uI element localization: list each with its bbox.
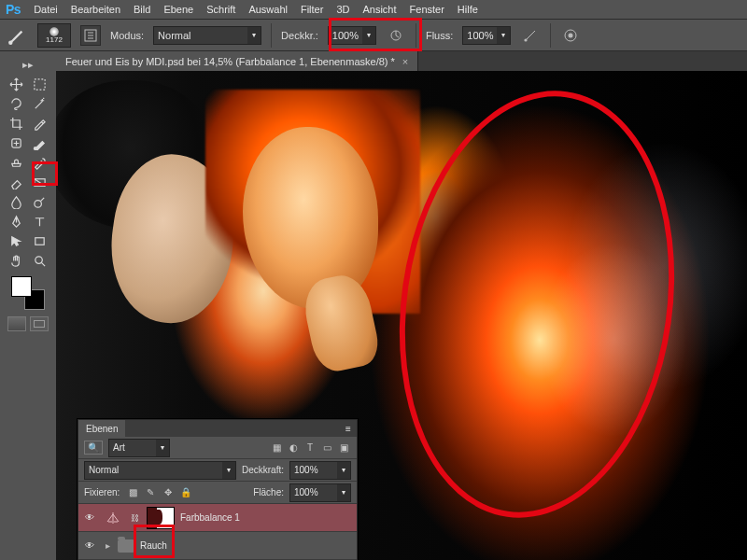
lock-label: Fixieren:	[84, 487, 120, 497]
svg-point-0	[8, 40, 12, 44]
layer-filter-select[interactable]: Art ▾	[108, 439, 170, 457]
layer-opacity-input[interactable]: 100% ▾	[289, 461, 351, 480]
layer-row[interactable]: 👁 ▸ Rauch	[78, 532, 357, 560]
opacity-input[interactable]: 100% ▾	[328, 26, 376, 45]
eyedropper-tool[interactable]	[29, 114, 50, 133]
color-swatches[interactable]	[11, 276, 45, 310]
options-bar: 1172 Modus: Normal ▾ Deckkr.: 100% ▾ Flu…	[0, 19, 747, 51]
menu-hilfe[interactable]: Hilfe	[458, 4, 478, 15]
chevron-down-icon: ▾	[497, 27, 510, 44]
brush-size-value: 1172	[46, 36, 63, 44]
svg-point-10	[35, 200, 42, 207]
menu-filter[interactable]: Filter	[301, 4, 323, 15]
folder-icon	[118, 539, 134, 553]
filter-smart-icon[interactable]: ▣	[336, 441, 351, 455]
eraser-tool[interactable]	[6, 173, 27, 191]
chevron-down-icon: ▾	[337, 462, 350, 479]
path-selection-tool[interactable]	[6, 231, 27, 250]
rectangle-tool[interactable]	[29, 231, 50, 250]
layer-opacity-label: Deckkraft:	[242, 465, 284, 475]
filter-type-icon[interactable]: T	[303, 441, 317, 455]
layers-panel-tabs: Ebenen ≡	[78, 420, 357, 437]
panel-menu-icon[interactable]: ≡	[340, 424, 357, 434]
crop-tool[interactable]	[6, 114, 27, 133]
collapse-icon[interactable]: ▸▸	[18, 55, 39, 74]
brush-panel-toggle-icon[interactable]	[80, 25, 101, 46]
svg-rect-6	[35, 78, 45, 89]
menu-fenster[interactable]: Fenster	[410, 4, 444, 15]
history-brush-tool[interactable]	[29, 153, 50, 172]
dodge-tool[interactable]	[29, 192, 50, 211]
link-icon: ⛓	[129, 513, 141, 523]
divider	[550, 23, 551, 48]
workspace: ▸▸	[0, 51, 747, 560]
lasso-tool[interactable]	[6, 94, 27, 113]
lock-position-icon[interactable]: ✥	[161, 485, 176, 500]
layer-name[interactable]: Farbbalance 1	[180, 512, 240, 523]
tablet-pressure-icon[interactable]	[560, 25, 581, 46]
svg-point-8	[34, 147, 36, 149]
marquee-tool[interactable]	[29, 75, 50, 93]
layer-list: 👁 ⛓ Farbbalance 1 👁 ▸ Rauch 👁 ▸ Feuer ve	[78, 504, 357, 560]
layer-mask-thumbnail[interactable]	[147, 507, 175, 529]
move-tool[interactable]	[6, 75, 27, 93]
app-logo: Ps	[6, 2, 21, 17]
lock-pixels-icon[interactable]: ✎	[143, 485, 158, 500]
filter-type-icon[interactable]: 🔍	[84, 441, 103, 455]
layer-fill-input[interactable]: 100% ▾	[289, 483, 351, 502]
standard-mode-icon[interactable]	[7, 316, 26, 331]
hand-tool[interactable]	[6, 251, 27, 270]
chevron-down-icon: ▾	[222, 462, 235, 479]
quick-mask-mode-icon[interactable]	[30, 316, 49, 331]
clone-stamp-tool[interactable]	[6, 153, 27, 172]
chevron-down-icon: ▾	[362, 27, 375, 44]
flow-input[interactable]: 100% ▾	[462, 26, 511, 45]
brush-preset-picker[interactable]: 1172	[37, 23, 71, 48]
gradient-tool[interactable]	[29, 173, 50, 191]
document-tab[interactable]: Feuer und Eis by MDI.psd bei 14,5% (Farb…	[56, 51, 418, 71]
foreground-color-swatch[interactable]	[11, 276, 32, 297]
opacity-pressure-icon[interactable]	[386, 25, 406, 46]
menu-schrift[interactable]: Schrift	[206, 4, 235, 15]
color-balance-icon	[103, 508, 123, 528]
pen-tool[interactable]	[6, 212, 27, 231]
svg-point-3	[525, 38, 528, 41]
layer-name[interactable]: Rauch	[140, 540, 167, 551]
current-tool-icon[interactable]	[7, 25, 28, 46]
layers-tab[interactable]: Ebenen	[78, 420, 125, 437]
svg-rect-11	[35, 237, 44, 245]
filter-pixel-icon[interactable]: ▦	[269, 441, 284, 455]
lock-all-icon[interactable]: 🔒	[178, 485, 193, 500]
airbrush-icon[interactable]	[520, 25, 541, 46]
zoom-tool[interactable]	[29, 251, 50, 270]
menu-ansicht[interactable]: Ansicht	[362, 4, 396, 15]
layer-row[interactable]: 👁 ⛓ Farbbalance 1	[78, 504, 357, 532]
magic-wand-tool[interactable]	[29, 94, 50, 113]
chevron-down-icon: ▾	[156, 440, 169, 456]
filter-adjust-icon[interactable]: ◐	[286, 441, 301, 455]
menu-datei[interactable]: Datei	[34, 4, 58, 15]
menu-bearbeiten[interactable]: Bearbeiten	[71, 4, 120, 15]
menu-bar: Ps Datei Bearbeiten Bild Ebene Schrift A…	[0, 0, 747, 19]
filter-shape-icon[interactable]: ▭	[319, 441, 334, 455]
menu-bild[interactable]: Bild	[134, 4, 150, 15]
svg-point-12	[35, 256, 43, 263]
visibility-icon[interactable]: 👁	[82, 512, 97, 523]
menu-3d[interactable]: 3D	[336, 4, 349, 15]
menu-ebene[interactable]: Ebene	[163, 4, 193, 15]
mode-label: Modus:	[110, 30, 144, 41]
layers-panel: Ebenen ≡ 🔍 Art ▾ ▦ ◐ T ▭ ▣ Normal ▾ Deck…	[78, 419, 358, 560]
lock-transparency-icon[interactable]: ▩	[125, 485, 140, 500]
type-tool[interactable]	[29, 212, 50, 231]
menu-auswahl[interactable]: Auswahl	[248, 4, 288, 15]
visibility-icon[interactable]: 👁	[82, 540, 97, 551]
chevron-down-icon: ▾	[247, 27, 261, 44]
layer-blend-mode-select[interactable]: Normal ▾	[84, 461, 236, 480]
disclosure-triangle-icon[interactable]: ▸	[103, 540, 112, 551]
brush-tool[interactable]	[29, 133, 50, 152]
blur-tool[interactable]	[6, 192, 27, 211]
healing-brush-tool[interactable]	[6, 133, 27, 152]
close-tab-icon[interactable]: ×	[402, 56, 408, 67]
blend-mode-select[interactable]: Normal ▾	[153, 26, 261, 45]
divider	[416, 23, 416, 48]
